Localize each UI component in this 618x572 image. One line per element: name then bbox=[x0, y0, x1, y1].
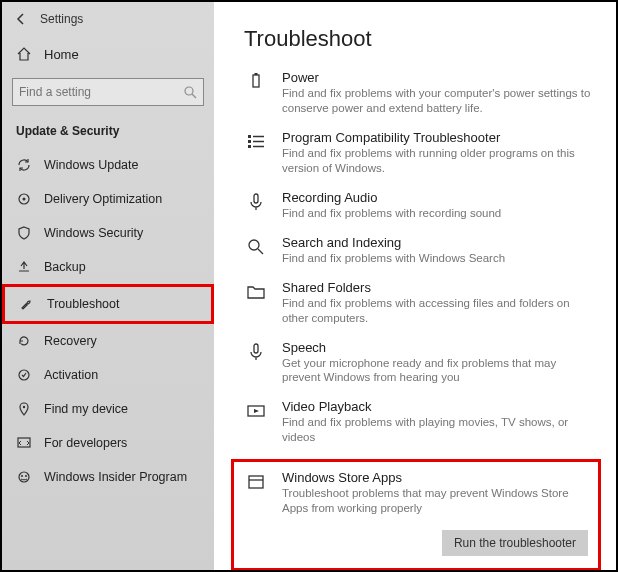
ts-desc: Find and fix problems with Windows Searc… bbox=[282, 251, 596, 266]
home-icon bbox=[16, 46, 32, 62]
nav-item-windows-insider[interactable]: Windows Insider Program bbox=[2, 460, 214, 494]
nav-item-recovery[interactable]: Recovery bbox=[2, 324, 214, 358]
list-icon bbox=[244, 132, 268, 156]
svg-point-7 bbox=[19, 472, 29, 482]
delivery-icon bbox=[16, 191, 32, 207]
power-icon bbox=[244, 72, 268, 96]
ts-title: Search and Indexing bbox=[282, 235, 596, 250]
ts-title: Recording Audio bbox=[282, 190, 596, 205]
svg-point-19 bbox=[249, 240, 259, 250]
svg-point-0 bbox=[185, 87, 193, 95]
nav-item-windows-update[interactable]: Windows Update bbox=[2, 148, 214, 182]
search-box[interactable] bbox=[12, 78, 204, 106]
run-troubleshooter-button[interactable]: Run the troubleshooter bbox=[442, 530, 588, 556]
ts-desc: Find and fix problems with your computer… bbox=[282, 86, 596, 116]
nav-item-delivery-optimization[interactable]: Delivery Optimization bbox=[2, 182, 214, 216]
svg-point-9 bbox=[25, 475, 27, 477]
nav-label: Find my device bbox=[44, 402, 128, 416]
sync-icon bbox=[16, 157, 32, 173]
ts-title: Shared Folders bbox=[282, 280, 596, 295]
svg-rect-18 bbox=[254, 194, 258, 203]
back-button[interactable] bbox=[12, 10, 30, 28]
home-label: Home bbox=[44, 47, 79, 62]
ts-item-recording-audio[interactable]: Recording Audio Find and fix problems wi… bbox=[244, 190, 596, 221]
ts-item-speech[interactable]: Speech Get your microphone ready and fix… bbox=[244, 340, 596, 386]
svg-line-1 bbox=[192, 94, 196, 98]
titlebar: Settings bbox=[2, 2, 214, 36]
nav-item-find-my-device[interactable]: Find my device bbox=[2, 392, 214, 426]
main-content: Troubleshoot Power Find and fix problems… bbox=[214, 2, 616, 570]
nav-label: Windows Update bbox=[44, 158, 139, 172]
ts-item-windows-store-apps-selected: Windows Store Apps Troubleshoot problems… bbox=[231, 459, 601, 570]
nav-item-windows-security[interactable]: Windows Security bbox=[2, 216, 214, 250]
folder-icon bbox=[244, 282, 268, 306]
nav-label: Troubleshoot bbox=[47, 297, 120, 311]
ts-desc: Get your microphone ready and fix proble… bbox=[282, 356, 596, 386]
section-header: Update & Security bbox=[2, 118, 214, 148]
window-title: Settings bbox=[40, 12, 83, 26]
nav-label: Recovery bbox=[44, 334, 97, 348]
nav-label: Backup bbox=[44, 260, 86, 274]
nav-label: Activation bbox=[44, 368, 98, 382]
ts-desc: Find and fix problems with playing movie… bbox=[282, 415, 596, 445]
svg-point-3 bbox=[23, 198, 26, 201]
nav-item-backup[interactable]: Backup bbox=[2, 250, 214, 284]
ts-item-compat[interactable]: Program Compatibility Troubleshooter Fin… bbox=[244, 130, 596, 176]
nav-label: For developers bbox=[44, 436, 127, 450]
troubleshoot-list: Power Find and fix problems with your co… bbox=[244, 70, 596, 570]
ts-title: Windows Store Apps bbox=[282, 470, 588, 485]
svg-rect-10 bbox=[253, 75, 259, 87]
microphone-icon bbox=[244, 192, 268, 216]
recovery-icon bbox=[16, 333, 32, 349]
shield-icon bbox=[16, 225, 32, 241]
ts-item-shared-folders[interactable]: Shared Folders Find and fix problems wit… bbox=[244, 280, 596, 326]
insider-icon bbox=[16, 469, 32, 485]
svg-rect-14 bbox=[248, 145, 251, 148]
svg-line-20 bbox=[258, 249, 263, 254]
svg-rect-11 bbox=[255, 73, 258, 75]
backup-icon bbox=[16, 259, 32, 275]
search-input[interactable] bbox=[19, 85, 183, 99]
ts-desc: Find and fix problems with recording sou… bbox=[282, 206, 596, 221]
svg-point-5 bbox=[23, 406, 25, 408]
ts-desc: Find and fix problems with running older… bbox=[282, 146, 596, 176]
run-button-row: Run the troubleshooter bbox=[244, 530, 588, 556]
svg-rect-13 bbox=[248, 140, 251, 143]
ts-item-windows-store-apps[interactable]: Windows Store Apps Troubleshoot problems… bbox=[244, 470, 588, 516]
microphone-icon bbox=[244, 342, 268, 366]
ts-item-video-playback[interactable]: Video Playback Find and fix problems wit… bbox=[244, 399, 596, 445]
nav-label: Windows Security bbox=[44, 226, 143, 240]
home-button[interactable]: Home bbox=[2, 36, 214, 72]
sidebar: Settings Home Update & Security Windows … bbox=[2, 2, 214, 570]
svg-point-8 bbox=[21, 475, 23, 477]
settings-app: Settings Home Update & Security Windows … bbox=[2, 2, 616, 570]
ts-desc: Troubleshoot problems that may prevent W… bbox=[282, 486, 588, 516]
svg-rect-21 bbox=[254, 344, 258, 353]
ts-title: Power bbox=[282, 70, 596, 85]
video-icon bbox=[244, 401, 268, 425]
nav-item-activation[interactable]: Activation bbox=[2, 358, 214, 392]
ts-item-search-indexing[interactable]: Search and Indexing Find and fix problem… bbox=[244, 235, 596, 266]
nav-item-for-developers[interactable]: For developers bbox=[2, 426, 214, 460]
search-large-icon bbox=[244, 237, 268, 261]
page-title: Troubleshoot bbox=[244, 26, 596, 52]
nav-item-troubleshoot[interactable]: Troubleshoot bbox=[2, 284, 214, 324]
location-icon bbox=[16, 401, 32, 417]
search-icon bbox=[183, 85, 197, 99]
nav-label: Windows Insider Program bbox=[44, 470, 187, 484]
activation-icon bbox=[16, 367, 32, 383]
ts-item-power[interactable]: Power Find and fix problems with your co… bbox=[244, 70, 596, 116]
nav-label: Delivery Optimization bbox=[44, 192, 162, 206]
ts-title: Video Playback bbox=[282, 399, 596, 414]
developer-icon bbox=[16, 435, 32, 451]
ts-title: Program Compatibility Troubleshooter bbox=[282, 130, 596, 145]
wrench-icon bbox=[19, 296, 35, 312]
store-icon bbox=[244, 472, 268, 496]
nav-list: Windows Update Delivery Optimization Win… bbox=[2, 148, 214, 494]
svg-rect-23 bbox=[249, 476, 263, 488]
ts-desc: Find and fix problems with accessing fil… bbox=[282, 296, 596, 326]
svg-rect-12 bbox=[248, 135, 251, 138]
ts-title: Speech bbox=[282, 340, 596, 355]
